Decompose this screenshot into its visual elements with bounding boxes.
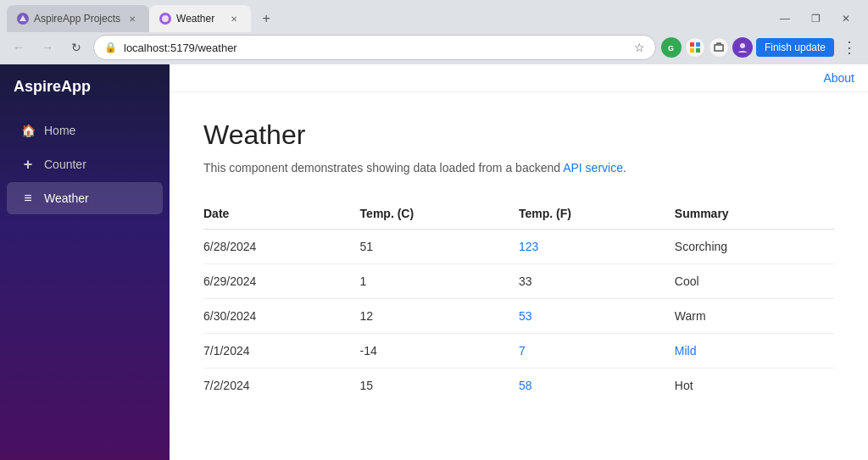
table-row: 6/30/20241253Warm — [203, 299, 834, 334]
description-prefix: This component demonstrates showing data… — [203, 161, 563, 175]
sidebar-item-weather-label: Weather — [44, 191, 89, 205]
svg-rect-7 — [696, 48, 700, 53]
cell-temp-f: 33 — [519, 264, 675, 299]
title-bar: AspireApp Projects ✕ Weather ✕ + — ❐ ✕ — [0, 0, 868, 30]
cell-date: 6/28/2024 — [203, 230, 360, 264]
tab-aspire[interactable]: AspireApp Projects ✕ — [7, 5, 149, 32]
window-controls: — ❐ ✕ — [773, 7, 861, 30]
home-icon: 🏠 — [20, 123, 36, 138]
table-row: 7/2/20241558Hot — [203, 369, 834, 403]
sidebar-item-home-label: Home — [44, 124, 75, 137]
sidebar-item-counter-label: Counter — [44, 158, 86, 171]
cell-temp-f: 123 — [519, 230, 675, 264]
cell-temp-c: 1 — [360, 264, 519, 299]
table-row: 6/29/2024133Cool — [203, 264, 834, 299]
aspire-tab-label: AspireApp Projects — [34, 13, 120, 25]
main-content: About Weather This component demonstrate… — [170, 64, 868, 460]
app-container: AspireApp 🏠 Home + Counter ≡ Weather Abo — [0, 64, 868, 460]
weather-tab-close[interactable]: ✕ — [227, 12, 241, 25]
address-bar: ← → ↻ 🔒 localhost:5179/weather ☆ G — [0, 30, 868, 64]
aspire-tab-icon — [17, 13, 29, 25]
close-button[interactable]: ✕ — [834, 7, 858, 30]
weather-tab-icon — [159, 13, 171, 25]
table-row: 7/1/2024-147Mild — [203, 334, 834, 369]
sidebar-item-counter[interactable]: + Counter — [7, 148, 163, 180]
maximize-button[interactable]: ❐ — [804, 7, 827, 30]
minimize-button[interactable]: — — [773, 7, 797, 30]
browser-actions: G — [661, 36, 861, 59]
cell-temp-f: 53 — [519, 299, 675, 334]
cell-summary: Warm — [675, 299, 834, 334]
bookmark-icon[interactable]: ☆ — [634, 41, 645, 54]
page-description: This component demonstrates showing data… — [203, 161, 834, 175]
forward-button[interactable]: → — [36, 36, 59, 59]
weather-table: Date Temp. (C) Temp. (F) Summary 6/28/20… — [203, 198, 834, 402]
sidebar-item-weather[interactable]: ≡ Weather — [7, 182, 163, 214]
col-header-date: Date — [203, 198, 360, 230]
lock-icon: 🔒 — [104, 42, 117, 53]
svg-rect-4 — [690, 42, 694, 47]
finish-update-label: Finish update — [765, 42, 826, 53]
svg-marker-0 — [19, 15, 26, 21]
new-tab-button[interactable]: + — [254, 7, 278, 30]
svg-rect-5 — [696, 42, 700, 47]
cell-temp-c: 12 — [360, 299, 519, 334]
sidebar-item-home[interactable]: 🏠 Home — [7, 114, 163, 147]
cell-temp-f: 7 — [519, 334, 675, 369]
table-row: 6/28/202451123Scorching — [203, 230, 834, 264]
aspire-tab-close[interactable]: ✕ — [125, 12, 139, 25]
app-logo: AspireApp — [0, 64, 170, 106]
cell-summary: Scorching — [675, 230, 834, 264]
profile-icon[interactable] — [732, 37, 753, 58]
counter-icon: + — [20, 157, 36, 172]
google-icon[interactable]: G — [661, 37, 682, 58]
cell-date: 6/30/2024 — [203, 299, 360, 334]
cell-summary: Mild — [675, 334, 834, 369]
browser-window: AspireApp Projects ✕ Weather ✕ + — ❐ ✕ ←… — [0, 0, 868, 460]
cell-summary: Hot — [675, 369, 834, 403]
about-link[interactable]: About — [823, 71, 854, 85]
cell-temp-c: 15 — [360, 369, 519, 403]
cell-temp-c: 51 — [360, 230, 519, 264]
cell-date: 6/29/2024 — [203, 264, 360, 299]
cell-temp-f: 58 — [519, 369, 675, 403]
back-button[interactable]: ← — [7, 36, 31, 59]
svg-text:G: G — [668, 44, 674, 53]
refresh-button[interactable]: ↻ — [64, 36, 88, 59]
description-suffix: . — [623, 161, 626, 175]
page-title: Weather — [203, 119, 834, 151]
svg-point-1 — [162, 15, 169, 22]
tab-weather[interactable]: Weather ✕ — [149, 5, 251, 32]
sidebar-nav: 🏠 Home + Counter ≡ Weather — [0, 106, 170, 460]
cell-date: 7/1/2024 — [203, 334, 360, 369]
api-link[interactable]: API service — [563, 161, 623, 175]
url-bar[interactable]: 🔒 localhost:5179/weather ☆ — [93, 35, 656, 60]
svg-rect-6 — [690, 48, 694, 53]
top-bar: About — [170, 64, 868, 92]
col-header-temp-c: Temp. (C) — [360, 198, 519, 230]
weather-tab-label: Weather — [176, 13, 222, 25]
col-header-temp-f: Temp. (F) — [519, 198, 675, 230]
cell-date: 7/2/2024 — [203, 369, 360, 403]
sidebar: AspireApp 🏠 Home + Counter ≡ Weather — [0, 64, 170, 460]
url-text: localhost:5179/weather — [124, 42, 627, 54]
weather-table-body: 6/28/202451123Scorching6/29/2024133Cool6… — [203, 230, 834, 403]
content-area: Weather This component demonstrates show… — [170, 92, 868, 430]
weather-nav-icon: ≡ — [20, 191, 36, 206]
extension-icon-2[interactable] — [709, 37, 729, 58]
cell-summary: Cool — [675, 264, 834, 299]
svg-point-8 — [740, 43, 745, 48]
browser-menu-button[interactable]: ⋮ — [837, 36, 861, 59]
col-header-summary: Summary — [675, 198, 834, 230]
extension-icon-1[interactable] — [685, 37, 705, 58]
cell-temp-c: -14 — [360, 334, 519, 369]
finish-update-button[interactable]: Finish update — [756, 38, 834, 57]
table-header-row: Date Temp. (C) Temp. (F) Summary — [203, 198, 834, 230]
